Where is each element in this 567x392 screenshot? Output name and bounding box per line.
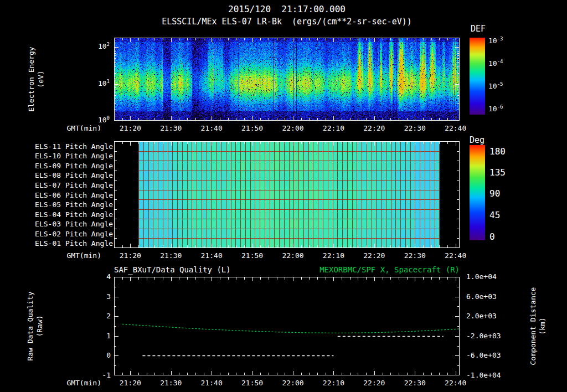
- y-tick-label-right: 2.0e+03: [466, 312, 516, 321]
- deg-colorbar-tick: 0: [489, 232, 517, 242]
- x-tick-label-p1: 21:30: [154, 124, 188, 133]
- gmt-label-p3: GMT(min): [55, 379, 101, 388]
- component-distance-axis-label-line1: Component Distance: [528, 276, 538, 376]
- x-tick-label-p1: 22:20: [358, 124, 391, 133]
- y-tick-label-right: 1.0e+04: [466, 272, 516, 281]
- raw-data-quality-axis-label: Raw Data Quality (Raw): [25, 276, 45, 376]
- x-tick-label-p1: 21:20: [114, 124, 147, 133]
- x-tick-label-p2: 22:30: [398, 251, 431, 260]
- pitch-row-label: ELS-07 Pitch Angle: [33, 181, 113, 190]
- pitch-row-label: ELS-04 Pitch Angle: [33, 210, 113, 219]
- gmt-label-p1: GMT(min): [55, 124, 101, 133]
- quality-position-line-plot: [114, 277, 460, 375]
- x-tick-label-p2: 22:20: [358, 251, 391, 260]
- def-colorbar-tick: 10-4: [488, 59, 522, 68]
- x-tick-label-p1: 21:50: [236, 124, 269, 133]
- x-tick-label-p2: 22:10: [317, 251, 350, 260]
- y-tick-label-right: -6.0e+03: [466, 351, 516, 360]
- x-tick-label-p3: 22:40: [439, 379, 472, 388]
- raw-data-quality-axis-label-line1: Raw Data Quality: [25, 276, 35, 376]
- panel3-title-right: MEXORBMC/SPF X, Spacecraft (R): [114, 265, 460, 274]
- x-tick-label-p3: 22:20: [358, 379, 391, 388]
- x-tick-label-p1: 22:10: [317, 124, 350, 133]
- deg-colorbar: [470, 145, 485, 240]
- x-tick-label-p2: 21:20: [114, 251, 147, 260]
- y-tick-label-left: -1: [83, 371, 111, 380]
- x-tick-label-p3: 22:10: [317, 379, 350, 388]
- electron-energy-axis-label-line2: (eV): [36, 35, 45, 123]
- pitch-row-label: ELS-09 Pitch Angle: [33, 162, 113, 171]
- def-colorbar-tick: 10-5: [488, 82, 522, 91]
- def-colorbar-tick: 10-3: [488, 37, 522, 45]
- gmt-label-p2: GMT(min): [55, 251, 101, 260]
- pitch-row-label: ELS-06 Pitch Angle: [33, 191, 113, 200]
- y-tick-label-left: 2: [83, 312, 111, 321]
- deg-colorbar-tick: 180: [489, 147, 517, 157]
- electron-energy-axis-label: Electron Energy (eV): [27, 35, 47, 123]
- x-tick-label-p2: 21:30: [154, 251, 188, 260]
- pitch-row-label: ELS-02 Pitch Angle: [33, 230, 113, 239]
- raw-data-quality-axis-label-line2: (Raw): [35, 276, 44, 376]
- def-colorbar: [470, 38, 485, 115]
- deg-colorbar-tick: 45: [489, 210, 517, 220]
- x-tick-label-p3: 22:00: [276, 379, 310, 388]
- x-tick-label-p2: 21:50: [236, 251, 269, 260]
- pitch-row-label: ELS-01 Pitch Angle: [33, 239, 113, 248]
- def-colorbar-tick: 10-6: [488, 105, 522, 114]
- y-tick-label-right: 6.0e+03: [466, 292, 516, 301]
- pitch-row-label: ELS-08 Pitch Angle: [33, 171, 113, 180]
- x-tick-label-p2: 22:40: [439, 251, 472, 260]
- x-tick-label-p1: 21:40: [195, 124, 228, 133]
- y-tick-label-right: -2.0e+03: [466, 332, 516, 341]
- x-tick-label-p2: 22:00: [276, 251, 310, 260]
- component-distance-axis-label-line2: (km): [538, 276, 547, 376]
- pitch-row-label: ELS-05 Pitch Angle: [33, 200, 113, 209]
- deg-colorbar-tick: 90: [489, 189, 517, 199]
- x-tick-label-p1: 22:40: [439, 124, 472, 133]
- y-tick-label-left: 4: [83, 272, 111, 281]
- pitch-row-label: ELS-11 Pitch Angle: [33, 142, 113, 151]
- x-tick-label-p3: 21:50: [236, 379, 269, 388]
- panel1-title: ELSSCIL/MEx ELS-07 LR-Bk (ergs/(cm**2-sr…: [81, 17, 493, 27]
- electron-energy-axis-label-line1: Electron Energy: [27, 35, 36, 123]
- y-tick-label-left: 1: [83, 332, 111, 341]
- def-colorbar-label: DEF: [471, 24, 486, 34]
- pitch-angle-heatmap-plot: [114, 141, 460, 248]
- pitch-row-label: ELS-10 Pitch Angle: [33, 152, 113, 161]
- y-tick-label-p1: 101: [81, 79, 110, 88]
- pitch-row-label: ELS-03 Pitch Angle: [33, 220, 113, 229]
- x-tick-label-p3: 21:30: [154, 379, 188, 388]
- y-tick-label-p1: 102: [81, 42, 110, 51]
- x-tick-label-p1: 22:30: [398, 124, 431, 133]
- y-tick-label-right: -1.0e+04: [466, 371, 516, 380]
- x-tick-label-p3: 22:30: [398, 379, 431, 388]
- y-tick-label-left: 0: [83, 351, 111, 360]
- x-tick-label-p3: 21:20: [114, 379, 147, 388]
- spectrogram-display: 2015/120 21:17:00.000 ELSSCIL/MEx ELS-07…: [0, 0, 567, 392]
- y-tick-label-left: 3: [83, 292, 111, 301]
- x-tick-label-p1: 22:00: [276, 124, 310, 133]
- timestamp-title: 2015/120 21:17:00.000: [114, 4, 460, 14]
- x-tick-label-p2: 21:40: [195, 251, 228, 260]
- deg-colorbar-tick: 135: [489, 168, 517, 178]
- component-distance-axis-label: Component Distance (km): [528, 276, 548, 376]
- electron-energy-spectrogram-plot: [114, 38, 460, 121]
- x-tick-label-p3: 21:40: [195, 379, 228, 388]
- deg-colorbar-label: Deg: [470, 135, 484, 145]
- y-tick-label-p1: 100: [81, 116, 110, 125]
